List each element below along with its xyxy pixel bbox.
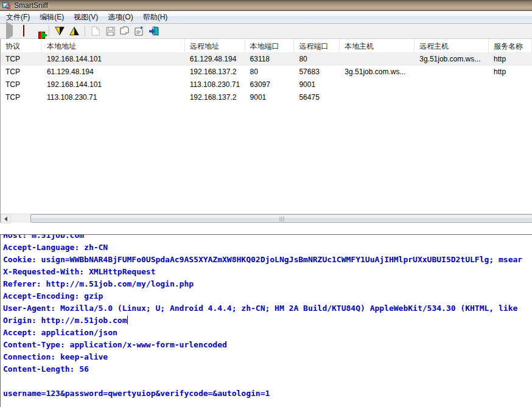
exit-button[interactable]: [147, 25, 161, 38]
table-cell: 61.129.48.194: [42, 66, 185, 78]
detail-line: Cookie: usign=WWBbNAR4BjFUMFo0USpdaAc9AS…: [3, 254, 532, 266]
detail-line: Content-Length: 56: [3, 363, 532, 375]
start-capture-button: [2, 25, 16, 38]
column-header-6[interactable]: 远程主机: [415, 39, 489, 53]
table-cell: TCP: [1, 78, 42, 91]
detail-line: username=123&password=qwertyuiop&verifyc…: [3, 388, 532, 400]
detail-line: Origin: http://m.51job.com: [3, 315, 532, 327]
detail-line: Accept-Encoding: gzip: [3, 290, 532, 302]
table-cell: http: [489, 53, 532, 66]
clear-button: [89, 25, 102, 38]
column-header-4[interactable]: 远程端口: [294, 39, 340, 53]
detail-line: Content-Type: application/x-www-form-url…: [3, 339, 532, 351]
detail-line: Host: m.51job.com: [3, 234, 532, 242]
table-cell: [340, 53, 415, 66]
packet-detail-pane[interactable]: Host: m.51job.comAccept-Language: zh-CNC…: [0, 234, 532, 407]
detail-line: X-Requested-With: XMLHttpRequest: [3, 266, 532, 278]
start-capture-icon: [6, 26, 13, 37]
copy-button[interactable]: [118, 25, 131, 38]
table-cell: 63118: [245, 53, 295, 66]
detail-line: Referer: http://m.51job.com/my/login.php: [3, 278, 532, 290]
scroll-left-button[interactable]: [1, 214, 11, 223]
detail-line: User-Agent: Mozilla/5.0 (Linux; U; Andro…: [3, 302, 532, 315]
stop-capture-icon: [23, 26, 24, 37]
column-header-7[interactable]: 服务名称: [489, 39, 532, 53]
table-cell: [415, 78, 489, 91]
column-header-2[interactable]: 远程地址: [185, 39, 245, 53]
detail-line: [3, 375, 532, 388]
title-bar[interactable]: SmartSniff: [0, 0, 532, 11]
table-cell: 3g.51job.com.ws...: [415, 53, 489, 66]
table-cell: [415, 66, 489, 78]
capture-filter-button[interactable]: [53, 25, 66, 38]
detail-line: Accept-Language: zh-CN: [3, 242, 532, 254]
exit-icon: [149, 26, 159, 36]
menu-item-4[interactable]: 帮助(H): [138, 10, 173, 24]
stop-capture-button[interactable]: [17, 25, 30, 38]
properties-button[interactable]: [133, 25, 146, 38]
packet-list-pane: 协议本地地址远程地址本地端口远程端口本地主机远程主机服务名称 TCP192.16…: [0, 39, 532, 223]
capture-filter-icon: [54, 26, 65, 36]
window-title: SmartSniff: [14, 1, 48, 10]
table-cell: 192.168.144.101: [42, 78, 185, 91]
table-row[interactable]: TCP61.129.48.194192.168.137.280576833g.5…: [1, 66, 532, 78]
http-request-text: Host: m.51job.comAccept-Language: zh-CNC…: [1, 234, 532, 400]
table-cell: 9001: [245, 91, 295, 104]
table-cell: 57683: [294, 66, 340, 78]
menu-item-1[interactable]: 编辑(E): [35, 10, 69, 24]
table-row[interactable]: TCP192.168.144.10161.129.48.19463118803g…: [1, 53, 532, 66]
column-header-0[interactable]: 协议: [1, 39, 42, 53]
table-cell: 80: [294, 53, 340, 66]
table-cell: 80: [245, 66, 295, 78]
table-cell: TCP: [1, 66, 42, 78]
column-header-5[interactable]: 本地主机: [340, 39, 415, 53]
clear-icon: [91, 26, 100, 36]
table-cell: TCP: [1, 91, 42, 104]
list-header: 协议本地地址远程地址本地端口远程端口本地主机远程主机服务名称: [1, 39, 532, 53]
horizontal-scrollbar[interactable]: [1, 214, 532, 223]
app-icon: [2, 1, 11, 10]
table-cell: [489, 91, 532, 104]
table-cell: [340, 78, 415, 91]
detail-line: Connection: keep-alive: [3, 351, 532, 363]
column-header-1[interactable]: 本地地址: [42, 39, 185, 53]
column-header-3[interactable]: 本地端口: [245, 39, 295, 53]
toolbar: [0, 24, 532, 39]
toolbar-separator: [49, 26, 49, 37]
scrollbar-grip-icon: [279, 217, 284, 221]
table-row[interactable]: TCP192.168.144.101113.108.230.7163097900…: [1, 78, 532, 91]
properties-icon: [135, 26, 144, 36]
menu-item-3[interactable]: 选项(O): [103, 10, 138, 24]
table-cell: 56475: [294, 91, 340, 104]
table-cell: 192.168.144.101: [42, 53, 185, 66]
table-cell: TCP: [1, 53, 42, 66]
table-cell: http: [489, 66, 532, 78]
table-cell: 3g.51job.com.ws...: [340, 66, 415, 78]
display-filter-icon: [69, 26, 80, 36]
save-icon: [106, 27, 115, 36]
restart-capture-button[interactable]: [32, 25, 45, 38]
table-cell: 9001: [294, 78, 340, 91]
toolbar-separator: [85, 26, 85, 37]
smartsniff-window: SmartSniff 文件(F)编辑(E)视图(V)选项(O)帮助(H) 协议本…: [0, 0, 532, 407]
detail-line: Accept: application/json: [3, 327, 532, 339]
save-button: [103, 25, 117, 38]
table-cell: [340, 91, 415, 104]
scrollbar-track[interactable]: [11, 214, 30, 223]
table-cell: [489, 78, 532, 91]
scroll-left-arrow-icon: [4, 217, 7, 221]
table-cell: [415, 91, 489, 104]
copy-icon: [120, 26, 130, 36]
display-filter-button[interactable]: [68, 25, 81, 38]
scrollbar-thumb[interactable]: [30, 214, 532, 223]
table-cell: 61.129.48.194: [185, 53, 245, 66]
table-row[interactable]: TCP113.108.230.71192.168.137.2900156475: [1, 91, 532, 104]
table-cell: 113.108.230.71: [42, 91, 185, 104]
text-caret: [127, 316, 128, 324]
table-cell: 63097: [245, 78, 295, 91]
menu-bar: 文件(F)编辑(E)视图(V)选项(O)帮助(H): [0, 11, 532, 24]
table-cell: 113.108.230.71: [185, 78, 245, 91]
table-cell: 192.168.137.2: [185, 91, 245, 104]
list-body: TCP192.168.144.10161.129.48.19463118803g…: [1, 53, 532, 104]
menu-item-2[interactable]: 视图(V): [69, 10, 103, 24]
